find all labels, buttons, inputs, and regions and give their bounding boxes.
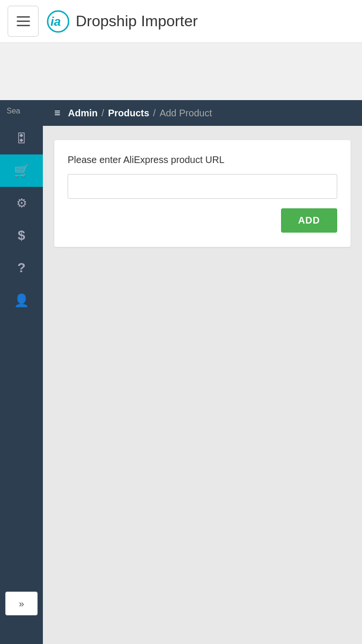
- sidebar-item-settings[interactable]: ⚙: [0, 187, 43, 219]
- app-logo-icon: ia: [46, 10, 70, 33]
- sidebar-item-pricing[interactable]: $: [0, 219, 43, 252]
- breadcrumb-add-product: Add Product: [160, 108, 212, 119]
- top-spacer: [0, 43, 362, 100]
- main-layout: Sea 🎛 🛒 ⚙ $ ? 👤 » ≡ Admin / Products: [0, 100, 362, 644]
- cart-icon: 🛒: [14, 164, 29, 178]
- dashboard-icon: 🎛: [15, 131, 28, 146]
- user-icon: 👤: [14, 293, 29, 308]
- breadcrumb-sep-2: /: [153, 108, 156, 119]
- sidebar-item-products[interactable]: 🛒: [0, 154, 43, 187]
- content-area: ≡ Admin / Products / Add Product Please …: [43, 100, 362, 644]
- add-product-card: Please enter AliExpress product URL ADD: [54, 140, 351, 247]
- app-title: Dropship Importer: [76, 12, 198, 30]
- sidebar-item-dashboard[interactable]: 🎛: [0, 122, 43, 154]
- add-button-row: ADD: [68, 208, 337, 233]
- breadcrumb-menu-icon[interactable]: ≡: [54, 107, 60, 119]
- hamburger-button[interactable]: [8, 6, 39, 37]
- hamburger-line-2: [17, 20, 30, 22]
- hamburger-line-3: [17, 25, 30, 26]
- help-icon: ?: [17, 260, 25, 276]
- top-header: ia Dropship Importer: [0, 0, 362, 43]
- card-container: Please enter AliExpress product URL ADD: [43, 126, 362, 261]
- svg-text:ia: ia: [50, 14, 61, 29]
- breadcrumb-bar: ≡ Admin / Products / Add Product: [43, 100, 362, 126]
- hamburger-line-1: [17, 16, 30, 18]
- sidebar-item-help[interactable]: ?: [0, 252, 43, 284]
- card-label: Please enter AliExpress product URL: [68, 154, 337, 165]
- breadcrumb-admin[interactable]: Admin: [68, 108, 98, 119]
- aliexpress-url-input[interactable]: [68, 174, 337, 199]
- add-button[interactable]: ADD: [281, 208, 337, 233]
- breadcrumb-sep-1: /: [101, 108, 104, 119]
- gear-icon: ⚙: [16, 196, 27, 211]
- sidebar-expand-button[interactable]: »: [5, 592, 38, 615]
- dollar-icon: $: [18, 228, 25, 243]
- sidebar-search-label: Sea: [0, 100, 43, 122]
- sidebar-item-account[interactable]: 👤: [0, 284, 43, 317]
- logo-area: ia Dropship Importer: [46, 10, 198, 33]
- breadcrumb-products[interactable]: Products: [108, 108, 150, 119]
- expand-icon: »: [19, 598, 24, 609]
- sidebar: Sea 🎛 🛒 ⚙ $ ? 👤 »: [0, 100, 43, 644]
